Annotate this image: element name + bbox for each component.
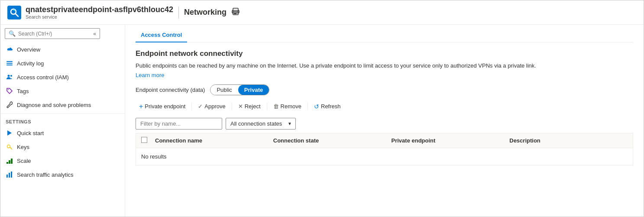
svg-point-9	[237, 11, 238, 12]
add-private-endpoint-button[interactable]: + Private endpoint	[136, 100, 189, 113]
analytics-icon	[6, 171, 13, 178]
svg-rect-4	[233, 8, 238, 12]
svg-point-3	[13, 9, 15, 11]
sidebar-item-search-traffic[interactable]: Search traffic analytics	[0, 168, 125, 181]
sidebar-item-overview-label: Overview	[17, 46, 40, 53]
svg-point-13	[8, 75, 10, 77]
section-title: Endpoint network connectivity	[136, 49, 633, 58]
svg-point-17	[7, 145, 10, 148]
remove-button[interactable]: 🗑 Remove	[270, 101, 305, 112]
svg-rect-0	[7, 6, 21, 19]
reject-button[interactable]: ✕ Reject	[235, 101, 264, 112]
sidebar-item-activity-log[interactable]: Activity log	[0, 56, 125, 70]
activity-icon	[6, 59, 13, 67]
svg-rect-19	[9, 160, 10, 164]
sidebar-item-tags[interactable]: Tags	[0, 84, 125, 98]
toolbar-sep-4	[307, 103, 308, 110]
svg-rect-10	[6, 61, 13, 62]
table-container: Connection name Connection state Private…	[136, 133, 633, 165]
filter-state-select-wrapper: All connection states Approved Pending R…	[226, 118, 296, 130]
toggle-public-button[interactable]: Public	[210, 85, 238, 95]
svg-point-15	[8, 89, 9, 90]
sidebar-item-diagnose-label: Diagnose and solve problems	[17, 102, 91, 108]
sidebar-item-activity-label: Activity log	[17, 60, 44, 67]
search-box[interactable]: 🔍 «	[5, 28, 100, 39]
toolbar-sep-3	[267, 103, 267, 110]
learn-more-link[interactable]: Learn more	[136, 72, 164, 78]
sidebar-item-scale[interactable]: Scale	[0, 154, 125, 168]
svg-point-14	[10, 75, 12, 77]
approve-button[interactable]: ✓ Approve	[194, 101, 229, 112]
search-icon: 🔍	[9, 30, 16, 37]
header-section: Networking	[184, 8, 227, 17]
filter-row: All connection states Approved Pending R…	[136, 118, 633, 130]
col-header-endpoint: Private endpoint	[392, 137, 510, 144]
wrench-icon	[6, 101, 13, 109]
resource-subtitle: Search service	[26, 14, 173, 19]
sidebar-item-keys-label: Keys	[17, 144, 29, 150]
content-area: Access Control Endpoint network connecti…	[125, 25, 644, 217]
print-button[interactable]	[232, 8, 239, 17]
scale-icon	[6, 157, 13, 165]
tab-access-control[interactable]: Access Control	[136, 28, 187, 42]
sidebar-item-access-control[interactable]: Access control (IAM)	[0, 70, 125, 84]
people-icon	[6, 73, 13, 81]
connectivity-row: Endpoint connectivity (data) Public Priv…	[136, 84, 633, 95]
sidebar-item-overview[interactable]: Overview	[0, 42, 125, 56]
toggle-group: Public Private	[210, 84, 269, 95]
sidebar-item-quickstart[interactable]: Quick start	[0, 126, 125, 140]
svg-rect-12	[6, 65, 13, 65]
sidebar-item-diagnose[interactable]: Diagnose and solve problems	[0, 98, 125, 112]
col-header-state: Connection state	[273, 137, 392, 144]
reject-label: Reject	[245, 103, 261, 110]
filter-state-select[interactable]: All connection states Approved Pending R…	[226, 118, 295, 129]
select-all-checkbox[interactable]	[141, 137, 147, 143]
remove-icon: 🗑	[273, 103, 279, 110]
toggle-private-button[interactable]: Private	[238, 85, 269, 95]
sidebar-item-traffic-label: Search traffic analytics	[17, 172, 74, 178]
sidebar-item-quickstart-label: Quick start	[17, 130, 44, 136]
tag-icon	[6, 87, 13, 95]
collapse-icon[interactable]: «	[93, 31, 96, 37]
svg-rect-20	[11, 159, 13, 164]
key-icon	[6, 143, 13, 151]
sidebar-item-tags-label: Tags	[17, 88, 29, 94]
search-input[interactable]	[18, 31, 93, 37]
svg-rect-7	[234, 13, 236, 14]
header-title-group: qnatestprivateendpoint-asflpv6thlouc42 S…	[26, 5, 173, 19]
sidebar: 🔍 « Overview Activity log	[0, 25, 125, 217]
svg-marker-16	[7, 130, 12, 136]
resource-name: qnatestprivateendpoint-asflpv6thlouc42	[26, 5, 173, 14]
col-header-desc: Description	[509, 137, 628, 144]
refresh-label: Refresh	[321, 103, 341, 110]
toolbar: + Private endpoint ✓ Approve ✕ Reject 🗑 …	[136, 100, 633, 113]
approve-icon: ✓	[198, 103, 203, 110]
sidebar-item-scale-label: Scale	[17, 158, 31, 164]
svg-rect-22	[9, 173, 10, 178]
svg-rect-18	[6, 162, 8, 164]
svg-rect-21	[6, 175, 8, 178]
toolbar-sep-2	[232, 103, 232, 110]
settings-section-label: Settings	[0, 113, 125, 126]
reject-icon: ✕	[238, 103, 243, 110]
sidebar-item-keys[interactable]: Keys	[0, 140, 125, 154]
tab-bar: Access Control	[136, 25, 633, 42]
approve-label: Approve	[204, 103, 225, 110]
quickstart-icon	[6, 129, 13, 137]
refresh-button[interactable]: ↺ Refresh	[311, 101, 344, 112]
table-header: Connection name Connection state Private…	[136, 133, 633, 148]
sidebar-item-access-label: Access control (IAM)	[17, 74, 69, 81]
refresh-icon: ↺	[314, 103, 319, 110]
no-results-message: No results	[136, 148, 633, 165]
connectivity-label: Endpoint connectivity (data)	[136, 87, 205, 93]
table-check-header	[141, 137, 155, 144]
sidebar-search-container: 🔍 «	[0, 25, 125, 42]
add-icon: +	[139, 103, 143, 110]
filter-name-input[interactable]	[136, 118, 222, 130]
add-label: Private endpoint	[145, 103, 185, 110]
toolbar-sep-1	[191, 103, 192, 110]
col-header-name: Connection name	[155, 137, 273, 144]
description-text: Public endpoints can be reached by any m…	[136, 62, 633, 70]
svg-rect-23	[11, 172, 12, 178]
service-icon	[7, 6, 21, 19]
